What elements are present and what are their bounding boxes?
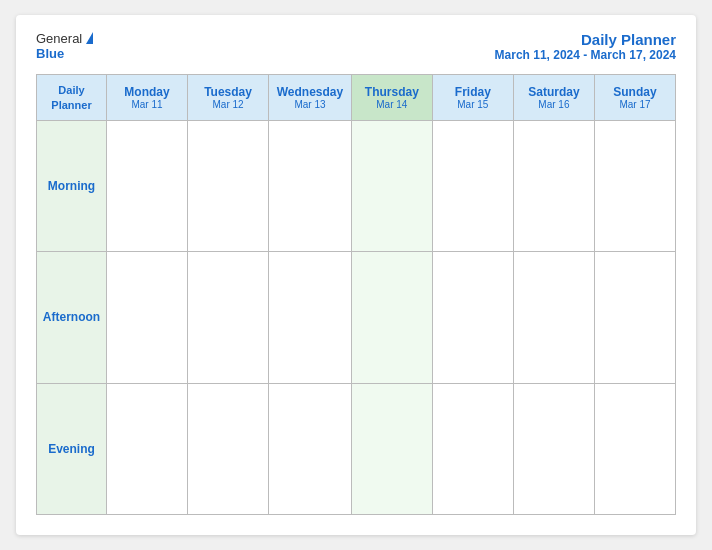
cell-morning-thursday[interactable] <box>351 121 432 252</box>
row-morning: Morning <box>37 121 676 252</box>
cell-afternoon-wednesday[interactable] <box>269 252 352 383</box>
cell-afternoon-sunday[interactable] <box>594 252 675 383</box>
row-label-morning: Morning <box>37 121 107 252</box>
cell-afternoon-monday[interactable] <box>107 252 188 383</box>
logo-triangle-icon <box>86 32 93 44</box>
cell-morning-saturday[interactable] <box>513 121 594 252</box>
cell-evening-friday[interactable] <box>432 383 513 514</box>
col-header-thursday: Thursday Mar 14 <box>351 75 432 121</box>
page: General Blue Daily Planner March 11, 202… <box>16 15 696 535</box>
cell-morning-sunday[interactable] <box>594 121 675 252</box>
col-header-monday: Monday Mar 11 <box>107 75 188 121</box>
col-header-label: Daily Planner <box>37 75 107 121</box>
planner-table: Daily Planner Monday Mar 11 Tuesday Mar … <box>36 74 676 515</box>
cell-morning-wednesday[interactable] <box>269 121 352 252</box>
logo-blue: Blue <box>36 46 64 61</box>
cell-evening-tuesday[interactable] <box>188 383 269 514</box>
cell-morning-friday[interactable] <box>432 121 513 252</box>
cell-afternoon-thursday[interactable] <box>351 252 432 383</box>
row-label-afternoon: Afternoon <box>37 252 107 383</box>
cell-morning-monday[interactable] <box>107 121 188 252</box>
cell-afternoon-tuesday[interactable] <box>188 252 269 383</box>
col-header-wednesday: Wednesday Mar 13 <box>269 75 352 121</box>
cell-afternoon-saturday[interactable] <box>513 252 594 383</box>
row-evening: Evening <box>37 383 676 514</box>
logo: General Blue <box>36 31 93 61</box>
planner-subtitle: March 11, 2024 - March 17, 2024 <box>495 48 676 62</box>
row-label-evening: Evening <box>37 383 107 514</box>
cell-evening-saturday[interactable] <box>513 383 594 514</box>
cell-evening-wednesday[interactable] <box>269 383 352 514</box>
col-header-sunday: Sunday Mar 17 <box>594 75 675 121</box>
cell-evening-thursday[interactable] <box>351 383 432 514</box>
logo-general: General <box>36 31 82 46</box>
planner-title: Daily Planner <box>495 31 676 48</box>
col-header-saturday: Saturday Mar 16 <box>513 75 594 121</box>
title-area: Daily Planner March 11, 2024 - March 17,… <box>495 31 676 62</box>
row-afternoon: Afternoon <box>37 252 676 383</box>
col-header-friday: Friday Mar 15 <box>432 75 513 121</box>
header: General Blue Daily Planner March 11, 202… <box>36 31 676 62</box>
cell-evening-monday[interactable] <box>107 383 188 514</box>
cell-afternoon-friday[interactable] <box>432 252 513 383</box>
cell-morning-tuesday[interactable] <box>188 121 269 252</box>
col-header-tuesday: Tuesday Mar 12 <box>188 75 269 121</box>
cell-evening-sunday[interactable] <box>594 383 675 514</box>
